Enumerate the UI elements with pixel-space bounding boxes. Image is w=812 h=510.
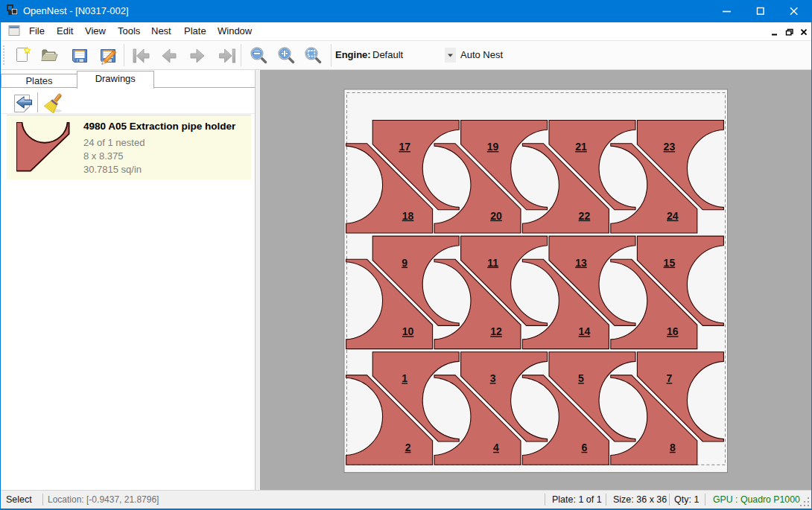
- svg-text:13: 13: [575, 257, 587, 269]
- svg-text:22: 22: [579, 210, 591, 222]
- svg-text:18: 18: [402, 210, 414, 222]
- svg-text:4: 4: [493, 442, 499, 453]
- svg-text:11: 11: [487, 257, 498, 269]
- svg-text:7: 7: [667, 372, 673, 384]
- svg-text:3: 3: [490, 372, 496, 384]
- svg-text:1: 1: [402, 372, 407, 384]
- svg-text:19: 19: [487, 141, 499, 153]
- svg-text:8: 8: [670, 442, 676, 453]
- svg-text:2: 2: [405, 442, 411, 453]
- svg-text:9: 9: [402, 257, 407, 269]
- svg-text:21: 21: [575, 141, 587, 153]
- svg-text:6: 6: [582, 442, 588, 453]
- svg-text:12: 12: [490, 325, 502, 337]
- svg-text:24: 24: [667, 210, 679, 222]
- svg-text:5: 5: [578, 372, 584, 384]
- svg-text:16: 16: [667, 325, 679, 337]
- svg-text:14: 14: [579, 325, 591, 337]
- svg-text:10: 10: [402, 325, 414, 337]
- svg-text:23: 23: [664, 141, 676, 153]
- svg-text:20: 20: [490, 210, 502, 222]
- svg-text:17: 17: [399, 141, 410, 153]
- svg-text:15: 15: [664, 257, 676, 269]
